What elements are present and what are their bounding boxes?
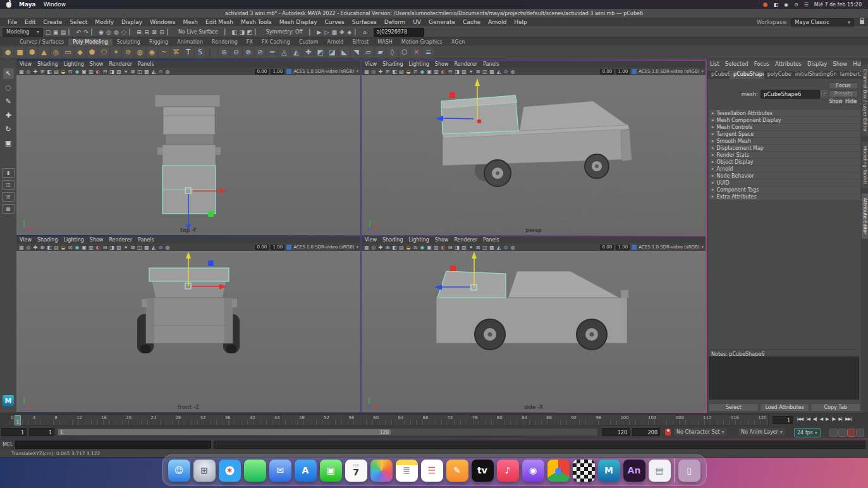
gamma-field[interactable]: 1.00 <box>616 69 630 75</box>
shelf-tab[interactable]: Animation <box>173 39 207 46</box>
viewport-canvas-side[interactable]: side -X <box>362 251 706 412</box>
menubar-clock[interactable]: Mié 7 de feb 15:20 <box>814 2 862 8</box>
maya-menu-item[interactable]: Generate <box>425 19 459 25</box>
viewport-toolbar-icon[interactable]: ⊟ <box>447 68 453 75</box>
select-button[interactable]: Select <box>709 403 759 412</box>
range-slider-handle[interactable]: 1 120 <box>58 429 391 435</box>
viewport-toolbar-icon[interactable]: ✚ <box>32 68 39 75</box>
move-tool-icon[interactable]: ✚ <box>3 110 14 121</box>
statusline-icon[interactable]: ▏ <box>166 28 173 36</box>
viewport-toolbar-icon[interactable]: ◭ <box>496 244 502 250</box>
maya-menu-item[interactable]: Surfaces <box>348 19 381 25</box>
dock-icon[interactable] <box>244 460 266 482</box>
maya-menu-item[interactable]: Deform <box>381 19 409 25</box>
viewport-toolbar-icon[interactable]: ◎ <box>370 68 377 75</box>
shelf-tool-icon[interactable]: ◍ <box>135 47 145 58</box>
viewport-toolbar-icon[interactable]: ✶ <box>123 244 129 250</box>
viewport-menu-item[interactable]: Renderer <box>454 237 477 243</box>
statusline-icon[interactable]: ⊞ <box>135 28 143 36</box>
maya-menu-item[interactable]: Edit <box>21 19 39 25</box>
rotate-tool-icon[interactable]: ↻ <box>3 124 14 135</box>
viewport-toolbar-icon[interactable]: ◍ <box>510 244 516 250</box>
attribute-section-header[interactable]: Node Behavior <box>709 173 860 179</box>
playback-end-field[interactable]: 120 <box>602 428 630 436</box>
statusline-icon[interactable]: ▦ <box>331 28 338 36</box>
exposure-field[interactable]: 0.00 <box>600 245 614 250</box>
attribute-section-header[interactable]: Extra Attributes <box>709 193 860 200</box>
viewport-menu-item[interactable]: Shading <box>37 61 58 67</box>
statusline-icon[interactable]: ▏ <box>128 28 135 36</box>
viewport-menu-item[interactable]: Lighting <box>63 61 83 67</box>
layout-preset-button[interactable]: ◫ <box>2 180 15 190</box>
viewport-toolbar-icon[interactable]: ◐ <box>440 244 446 250</box>
viewport-menu-item[interactable]: View <box>20 61 32 67</box>
statusline-icon[interactable]: ◨ <box>238 28 246 36</box>
statusline-icon[interactable]: ▷ <box>323 28 331 36</box>
maya-menu-item[interactable]: Mesh Display <box>276 19 321 25</box>
tab-channel-box[interactable]: Channel Box / Layer Editor <box>862 64 868 137</box>
dock-icon[interactable]: ♪ <box>497 460 519 482</box>
attribute-editor-menu-item[interactable]: Display <box>807 61 827 67</box>
viewport-menu-item[interactable]: View <box>365 61 377 67</box>
attribute-section-header[interactable]: Smooth Mesh <box>709 138 860 144</box>
statusline-icon[interactable]: ▏ <box>254 28 261 36</box>
attribute-section-header[interactable]: Mesh Controls <box>709 124 860 130</box>
attribute-section-header[interactable]: Arnold <box>709 166 860 172</box>
viewport-menu-item[interactable]: Shading <box>382 61 403 67</box>
viewport-toolbar-icon[interactable]: ◫ <box>482 68 488 75</box>
viewport-toolbar-icon[interactable]: ▧ <box>461 68 467 75</box>
gamma-field[interactable]: 1.00 <box>616 245 630 250</box>
dock-icon[interactable]: ⊞ <box>193 460 216 482</box>
shelf-tool-icon[interactable]: ⬟ <box>87 47 97 58</box>
shelf-tool-icon[interactable]: ⬡ <box>399 47 410 58</box>
viewport-toolbar-icon[interactable]: ◫ <box>137 68 143 75</box>
attribute-section-header[interactable]: Displacement Map <box>709 145 860 151</box>
viewport-toolbar-icon[interactable]: ⊠ <box>130 244 136 250</box>
viewport-toolbar-icon[interactable]: ◉ <box>419 68 425 75</box>
viewport-toolbar-icon[interactable]: ◧ <box>391 68 398 75</box>
shelf-tab[interactable]: Poly Modeling <box>68 39 112 46</box>
viewport-toolbar-icon[interactable]: ⊙ <box>503 68 509 75</box>
statusline-icon[interactable]: ◩ <box>246 28 254 36</box>
selected-cube-persp[interactable] <box>441 95 518 134</box>
viewport-toolbar-icon[interactable]: ◉ <box>74 68 80 75</box>
select-tool-icon[interactable]: ↖ <box>3 68 14 79</box>
viewport-toolbar-icon[interactable]: ◨ <box>454 68 460 75</box>
statusline-icon[interactable]: ▢ <box>44 28 52 36</box>
viewport-toolbar-icon[interactable]: ◎ <box>25 244 32 250</box>
viewport-toolbar-icon[interactable]: ▧ <box>116 244 122 250</box>
timeline-track[interactable]: 0481216202428323640444852566064687276808… <box>9 414 769 426</box>
dock-icon[interactable]: ◉ <box>522 460 544 482</box>
gamma-field[interactable]: 1.00 <box>271 245 284 250</box>
statusline-icon[interactable]: ▏ <box>90 28 97 36</box>
shelf-tool-icon[interactable]: ■ <box>15 47 25 58</box>
viewport-toolbar-icon[interactable]: ⊡ <box>412 68 419 75</box>
shelf-tool-icon[interactable]: S <box>195 47 205 58</box>
viewport-toolbar-icon[interactable]: ◍ <box>164 68 171 75</box>
viewport-menu-item[interactable]: Show <box>90 61 104 67</box>
menubar-status-icon[interactable]: ⊙ <box>794 2 798 8</box>
maya-menu-item[interactable]: Mesh Tools <box>237 19 276 25</box>
shelf-tool-icon[interactable]: ▏ <box>207 47 217 58</box>
top-view-scene[interactable] <box>16 75 360 235</box>
dock-icon[interactable]: ≣ <box>396 460 418 482</box>
shelf-tool-icon[interactable]: ▱ <box>363 47 374 58</box>
viewport-toolbar-icon[interactable]: ◧ <box>46 68 52 75</box>
viewport-toolbar-icon[interactable]: ⊡ <box>67 68 73 75</box>
focus-button[interactable]: Focus <box>829 82 858 89</box>
shelf-tool-icon[interactable]: ▲ <box>39 47 49 58</box>
maya-menu-item[interactable]: File <box>4 19 21 25</box>
viewport-menu-item[interactable]: Show <box>90 237 104 243</box>
copy-tab-button[interactable]: Copy Tab <box>810 403 860 412</box>
shelf-tool-icon[interactable]: ▰ <box>375 47 386 58</box>
shelf-tool-icon[interactable]: ⊖ <box>231 47 241 58</box>
viewport-toolbar-icon[interactable]: ◎ <box>370 244 377 250</box>
viewport-toolbar-icon[interactable]: ▥ <box>433 68 439 75</box>
shelf-tool-icon[interactable]: ◬ <box>279 47 290 58</box>
viewport-toolbar-icon[interactable]: ⊞ <box>384 68 391 75</box>
viewport-toolbar-icon[interactable]: ▤ <box>53 68 59 75</box>
live-surface-status[interactable]: No Live Surface <box>178 29 218 35</box>
gamma-field[interactable]: 1.00 <box>271 69 284 75</box>
statusline-icon[interactable]: ✚ <box>338 28 346 36</box>
exposure-field[interactable]: 0.00 <box>255 69 269 75</box>
